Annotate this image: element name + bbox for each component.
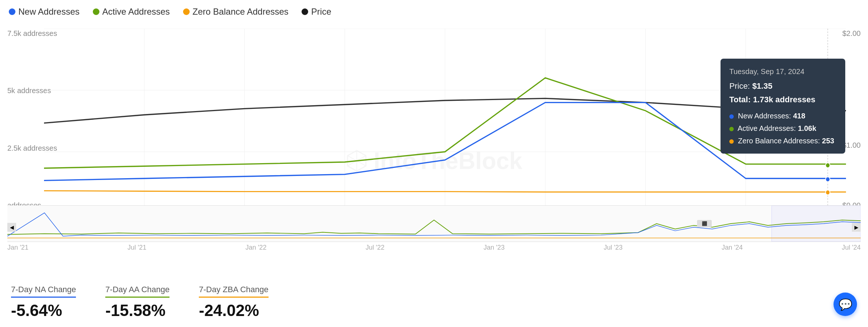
tooltip-price-value: $1.35 [752,81,772,91]
tooltip-total-value: 1.73k addresses [753,95,815,104]
tooltip-zero-label: Zero Balance Addresses: [738,137,820,145]
stat-na-value: -5.64% [11,301,76,320]
chat-icon: 💬 [839,298,852,311]
mini-x-3: Jul '22 [365,244,384,251]
tooltip-dot-new [729,114,734,119]
tooltip-total: Total: 1.73k addresses [729,93,836,106]
active-addresses-label: Active Addresses [102,7,170,17]
chat-button[interactable]: 💬 [834,293,857,316]
tooltip-active-label: Active Addresses: [737,124,796,132]
stat-zba-change: 7-Day ZBA Change -24.02% [199,285,269,320]
zero-balance-label: Zero Balance Addresses [193,7,288,17]
chart-tooltip: Tuesday, Sep 17, 2024 Price: $1.35 Total… [721,59,845,154]
tooltip-price: Price: $1.35 [729,79,836,93]
legend-new-addresses[interactable]: New Addresses [9,7,80,17]
stat-na-underline [11,297,76,298]
price-dot [302,8,308,15]
svg-point-17 [825,163,830,168]
tooltip-row-1: Active Addresses: 1.06k [729,122,836,135]
mini-x-6: Jan '24 [722,244,743,251]
active-addresses-dot [93,8,99,15]
mini-x-5: Jul '23 [603,244,622,251]
mini-x-1: Jul '21 [128,244,146,251]
price-label: Price [311,7,331,17]
stat-zba-underline [199,297,269,298]
svg-point-18 [825,177,830,181]
tooltip-dot-zero [729,139,734,144]
zero-balance-dot [183,8,190,15]
mini-scrollbar[interactable]: ⬛ [697,220,712,227]
tooltip-active-value: 1.06k [798,124,816,132]
tooltip-dot-active [729,127,734,131]
stat-na-change: 7-Day NA Change -5.64% [11,285,76,320]
legend-zero-balance[interactable]: Zero Balance Addresses [183,7,288,17]
mini-x-7: Jul '24 [842,244,860,251]
tooltip-date: Tuesday, Sep 17, 2024 [729,65,836,78]
new-addresses-label: New Addresses [18,7,80,17]
mini-x-2: Jan '22 [245,244,266,251]
svg-rect-21 [772,206,861,242]
tooltip-row-2: Zero Balance Addresses: 253 [729,135,836,147]
stat-aa-change: 7-Day AA Change -15.58% [105,285,169,320]
tooltip-row-0: New Addresses: 418 [729,110,836,122]
mini-x-labels: Jan '21 Jul '21 Jan '22 Jul '22 Jan '23 … [7,244,861,251]
tooltip-new-label: New Addresses: [738,112,791,120]
stats-row: 7-Day NA Change -5.64% 7-Day AA Change -… [11,285,857,320]
svg-point-19 [825,190,830,195]
legend-price[interactable]: Price [302,7,331,17]
stat-aa-underline [105,297,169,298]
mini-x-4: Jan '23 [484,244,504,251]
scroll-right-arrow[interactable]: ▶ [852,223,861,232]
tooltip-total-label: Total: [729,95,751,104]
tooltip-price-label: Price: [729,81,750,91]
tooltip-new-value: 418 [793,112,805,120]
stat-zba-value: -24.02% [199,301,269,320]
legend-active-addresses[interactable]: Active Addresses [93,7,170,17]
stat-aa-value: -15.58% [105,301,169,320]
chart-container: New Addresses Active Addresses Zero Bala… [0,0,868,327]
mini-chart[interactable] [7,205,861,242]
new-addresses-dot [9,8,15,15]
chart-legend: New Addresses Active Addresses Zero Bala… [7,7,861,17]
mini-x-0: Jan '21 [7,244,28,251]
stat-aa-label: 7-Day AA Change [105,285,169,294]
stats-section: 7-Day NA Change -5.64% 7-Day AA Change -… [11,285,857,320]
scroll-left-arrow[interactable]: ◀ [7,223,16,232]
stat-na-label: 7-Day NA Change [11,285,76,294]
tooltip-zero-value: 253 [822,137,834,145]
stat-zba-label: 7-Day ZBA Change [199,285,269,294]
